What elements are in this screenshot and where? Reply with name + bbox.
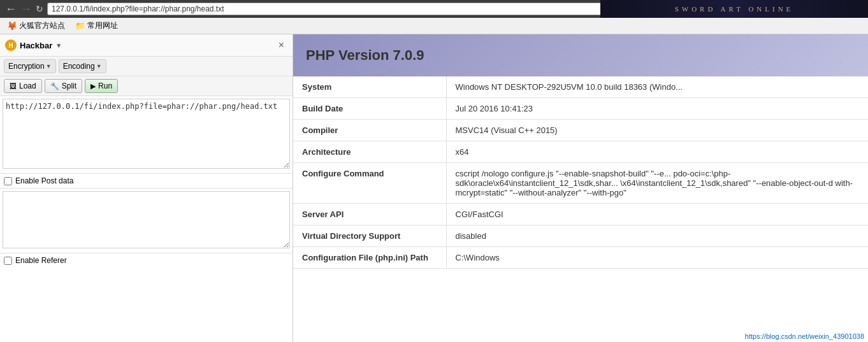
- run-icon: ▶: [90, 82, 96, 90]
- post-data-textarea[interactable]: [3, 191, 290, 248]
- table-cell-label: Configuration File (php.ini) Path: [293, 247, 446, 269]
- hackbar-title-text: Hackbar: [20, 41, 52, 50]
- encryption-arrow: ▼: [46, 63, 52, 69]
- table-cell-label: Architecture: [293, 141, 446, 163]
- enable-post-checkbox[interactable]: [4, 177, 12, 185]
- post-data-area: [0, 189, 293, 253]
- folder-icon: 📁: [75, 21, 85, 31]
- forward-button[interactable]: →: [20, 3, 32, 16]
- table-row: Virtual Directory Support disabled: [293, 225, 868, 247]
- reload-button[interactable]: ↻: [36, 4, 43, 14]
- watermark-text: https://blog.csdn.net/weixin_43901038: [745, 332, 864, 340]
- encryption-label: Encryption: [8, 62, 45, 71]
- phpinfo-title: PHP Version 7.0.9: [306, 47, 855, 64]
- table-cell-value: CGI/FastCGI: [446, 204, 868, 225]
- encryption-dropdown[interactable]: Encryption ▼: [4, 59, 56, 73]
- hackbar-header: H Hackbar ▼ ×: [0, 34, 293, 57]
- encoding-dropdown[interactable]: Encoding ▼: [59, 59, 106, 73]
- split-button[interactable]: 🔧 Split: [45, 79, 82, 93]
- table-row: Architecture x64: [293, 141, 868, 163]
- table-cell-label: Compiler: [293, 120, 446, 141]
- hackbar-logo-text: H: [8, 42, 13, 49]
- run-label: Run: [98, 82, 112, 90]
- encoding-label: Encoding: [63, 62, 95, 71]
- enable-post-row: Enable Post data: [0, 174, 293, 189]
- bookmark-common[interactable]: 📁 常用网址: [72, 19, 121, 32]
- hackbar-close-button[interactable]: ×: [275, 38, 287, 52]
- url-textarea[interactable]: http://127.0.0.1/fi/index.php?file=phar:…: [3, 99, 290, 169]
- hackbar-caret[interactable]: ▼: [55, 42, 62, 49]
- table-row: Compiler MSVC14 (Visual C++ 2015): [293, 120, 868, 141]
- url-area: http://127.0.0.1/fi/index.php?file=phar:…: [0, 96, 293, 174]
- back-button[interactable]: ←: [5, 3, 17, 16]
- phpinfo-panel: PHP Version 7.0.9 System Windows NT DESK…: [293, 34, 868, 342]
- hackbar-logo: H: [5, 39, 17, 51]
- table-row: Server API CGI/FastCGI: [293, 204, 868, 225]
- load-label: Load: [19, 82, 36, 90]
- table-cell-label: Configure Command: [293, 163, 446, 204]
- split-label: Split: [62, 82, 76, 90]
- sao-title: SWORD ART ONLINE: [675, 5, 794, 13]
- table-cell-label: Build Date: [293, 98, 446, 120]
- hackbar-actions: 🖼 Load 🔧 Split ▶ Run: [0, 76, 293, 96]
- enable-referer-row: Enable Referer: [0, 253, 293, 267]
- split-icon: 🔧: [50, 82, 59, 90]
- phpinfo-header: PHP Version 7.0.9: [293, 34, 868, 76]
- table-row: Build Date Jul 20 2016 10:41:23: [293, 98, 868, 120]
- hackbar-panel: H Hackbar ▼ × Encryption ▼ Encoding ▼ 🖼 …: [0, 34, 293, 342]
- table-cell-label: System: [293, 76, 446, 98]
- table-cell-value: disabled: [446, 225, 868, 247]
- firefox-icon: 🦊: [7, 21, 17, 31]
- browser-toolbar: ← → ↻ SWORD ART ONLINE: [0, 0, 868, 18]
- enable-referer-label[interactable]: Enable Referer: [15, 256, 67, 265]
- bookmark-common-label: 常用网址: [87, 20, 118, 31]
- table-cell-value: C:\Windows: [446, 247, 868, 269]
- enable-referer-checkbox[interactable]: [4, 257, 12, 265]
- hackbar-title: H Hackbar ▼: [5, 39, 62, 51]
- run-button[interactable]: ▶ Run: [85, 79, 118, 93]
- bookmark-bar: 🦊 火狐官方站点 📁 常用网址: [0, 18, 868, 34]
- table-cell-value: x64: [446, 141, 868, 163]
- sao-banner: SWORD ART ONLINE: [600, 0, 868, 18]
- load-button[interactable]: 🖼 Load: [4, 79, 42, 93]
- phpinfo-table: System Windows NT DESKTOP-292U5VM 10.0 b…: [293, 76, 868, 269]
- table-cell-value: cscript /nologo configure.js "--enable-s…: [446, 163, 868, 204]
- hackbar-toolbar: Encryption ▼ Encoding ▼: [0, 57, 293, 76]
- bookmark-firefox[interactable]: 🦊 火狐官方站点: [4, 19, 68, 32]
- enable-post-label[interactable]: Enable Post data: [15, 176, 73, 185]
- table-cell-value: MSVC14 (Visual C++ 2015): [446, 120, 868, 141]
- table-cell-label: Server API: [293, 204, 446, 225]
- table-cell-label: Virtual Directory Support: [293, 225, 446, 247]
- table-row: System Windows NT DESKTOP-292U5VM 10.0 b…: [293, 76, 868, 98]
- load-icon: 🖼: [10, 82, 17, 90]
- encoding-arrow: ▼: [96, 63, 102, 69]
- table-row: Configuration File (php.ini) Path C:\Win…: [293, 247, 868, 269]
- table-cell-value: Jul 20 2016 10:41:23: [446, 98, 868, 120]
- bookmark-firefox-label: 火狐官方站点: [19, 20, 65, 31]
- watermark: https://blog.csdn.net/weixin_43901038: [742, 332, 867, 341]
- table-cell-value: Windows NT DESKTOP-292U5VM 10.0 build 18…: [446, 76, 868, 98]
- table-row: Configure Command cscript /nologo config…: [293, 163, 868, 204]
